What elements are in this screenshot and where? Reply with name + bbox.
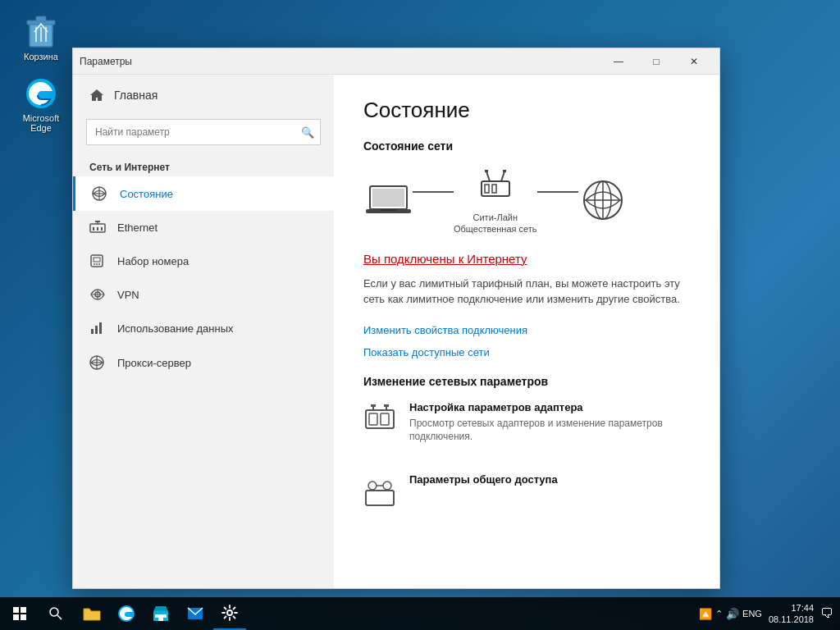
network-name: Сити-Лайн Общественная сеть [454,212,537,235]
svg-point-55 [50,608,58,616]
taskbar: 🔼 ⌃ 🔊 ENG 17:44 08.11.2018 🗨 [0,597,840,630]
svg-rect-47 [381,413,389,425]
svg-rect-15 [95,221,100,222]
svg-rect-52 [366,491,394,505]
network-status-title: Состояние сети [363,139,690,153]
svg-rect-50 [371,404,376,407]
svg-line-38 [501,171,504,181]
connected-desc: Если у вас лимитный тарифный план, вы мо… [363,276,690,308]
laptop-node [363,180,413,221]
sidebar-item-dialup-label: Набор номера [117,255,189,267]
maximize-button[interactable]: □ [637,48,675,75]
svg-point-19 [96,263,98,265]
laptop-icon [363,180,413,221]
window-controls: — □ ✕ [600,48,713,75]
sidebar-item-status[interactable]: Состояние [73,176,334,211]
line-2 [537,191,578,193]
title-bar: Параметры — □ ✕ [73,48,719,75]
dialup-icon [89,253,106,268]
taskbar-search[interactable] [39,597,72,630]
svg-rect-59 [158,614,163,621]
change-settings-title: Изменение сетевых параметров [363,375,690,388]
edge-label: Microsoft Edge [16,113,66,133]
sidebar-item-data-usage[interactable]: Использование данных [73,311,334,345]
svg-rect-36 [492,185,496,193]
sidebar-item-ethernet[interactable]: Ethernet [73,211,334,244]
svg-rect-40 [503,170,506,172]
home-icon [89,88,104,103]
taskbar-datetime: 17:44 08.11.2018 [769,602,814,626]
start-button[interactable] [0,597,39,630]
connected-status: Вы подключены к Интернету [363,252,690,266]
close-button[interactable]: ✕ [675,48,713,75]
line-1 [413,191,454,193]
sidebar-home-label: Главная [114,89,158,102]
adapter-settings-item: Настройка параметров адаптера Просмотр с… [363,401,690,458]
svg-rect-31 [372,189,404,207]
change-connection-properties-link[interactable]: Изменить свойства подключения [363,324,690,336]
search-input[interactable] [86,119,321,145]
expand-tray-icon: ⌃ [715,609,723,619]
status-icon [92,186,108,201]
svg-point-53 [368,482,377,490]
taskbar-mail[interactable] [179,597,212,630]
sharing-settings-text: Параметры общего доступа [409,473,558,489]
router-icon [471,166,520,207]
taskbar-settings[interactable] [213,597,246,630]
windows-logo [13,607,26,620]
taskbar-date: 08.11.2018 [769,614,814,625]
sidebar-item-data-usage-label: Использование данных [117,322,234,335]
svg-rect-2 [36,16,46,21]
taskbar-edge[interactable] [110,597,143,630]
svg-rect-61 [163,614,167,618]
page-title: Состояние [363,98,690,123]
ethernet-icon [89,221,106,234]
svg-point-18 [94,263,95,265]
desktop-icon-edge[interactable]: Microsoft Edge [12,74,70,136]
notification-icon[interactable]: 🗨 [820,606,833,621]
desktop: Корзина Microsoft Edge Параметры — □ ✕ [0,0,840,630]
sharing-settings-title: Параметры общего доступа [409,473,558,486]
adapter-settings-icon [363,403,396,436]
globe-icon [578,180,628,221]
svg-rect-17 [94,258,100,262]
router-node: Сити-Лайн Общественная сеть [454,166,537,235]
data-usage-icon [89,321,106,336]
svg-rect-11 [93,227,94,231]
language-indicator: ENG [742,609,762,619]
sidebar-item-dialup[interactable]: Набор номера [73,244,334,278]
sharing-settings-item: Параметры общего доступа [363,473,690,521]
taskbar-search-icon [49,607,62,620]
taskbar-time: 17:44 [769,602,814,614]
svg-rect-35 [485,185,489,193]
sidebar-item-vpn[interactable]: VPN [73,278,334,311]
svg-point-63 [227,610,232,615]
svg-rect-34 [482,181,509,196]
taskbar-store[interactable] [144,597,177,630]
adapter-settings-text: Настройка параметров адаптера Просмотр с… [409,401,690,445]
svg-rect-46 [369,413,377,425]
sidebar-item-vpn-label: VPN [117,289,139,301]
recycle-bin-label: Корзина [24,52,58,62]
edge-icon [25,77,57,110]
sidebar: Главная 🔍 Сеть и Интернет [73,75,334,588]
desktop-icon-recycle[interactable]: Корзина [12,12,70,65]
search-icon: 🔍 [301,126,314,139]
adapter-settings-desc: Просмотр сетевых адаптеров и изменение п… [409,417,690,445]
sidebar-item-home[interactable]: Главная [73,75,334,116]
taskbar-file-explorer[interactable] [75,597,108,630]
sidebar-item-proxy[interactable]: Прокси-сервер [73,345,334,380]
svg-point-20 [98,263,100,265]
network-diagram: Сити-Лайн Общественная сеть [363,166,690,235]
svg-rect-12 [97,227,98,231]
show-available-networks-link[interactable]: Показать доступные сети [363,346,690,358]
main-content: Состояние Состояние сети [334,75,719,588]
minimize-button[interactable]: — [600,48,637,75]
sidebar-section-title: Сеть и Интернет [73,155,334,176]
recycle-bin-icon [25,16,57,48]
taskbar-system-icons: 🔼 ⌃ 🔊 ENG [699,608,762,620]
speaker-icon: 🔊 [726,608,739,620]
vpn-icon [89,288,106,301]
sidebar-item-proxy-label: Прокси-сервер [117,357,191,369]
window-content: Главная 🔍 Сеть и Интернет [73,75,719,588]
